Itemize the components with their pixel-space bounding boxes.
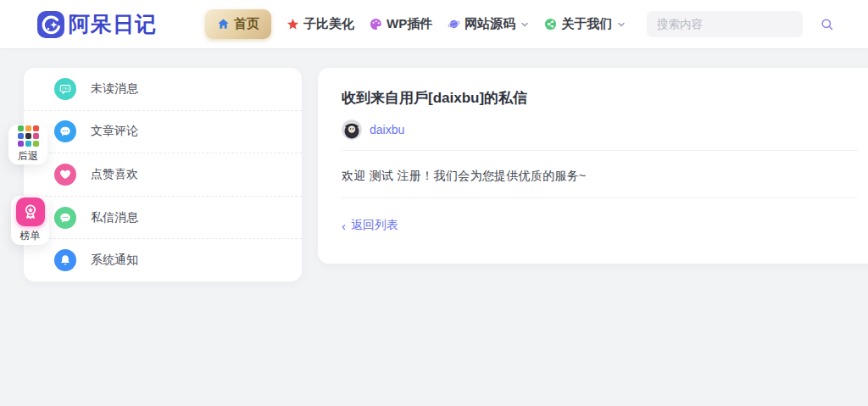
nav-item-source-code[interactable]: 网站源码 <box>448 16 529 32</box>
messages-sidebar: 未读消息 文章评论 点赞喜欢 私信消息 <box>24 68 302 281</box>
divider <box>342 197 858 198</box>
sidebar-item-label: 私信消息 <box>91 210 138 225</box>
nav-item-label: 网站源码 <box>465 16 515 32</box>
heart-icon <box>54 164 76 186</box>
comment-icon <box>54 120 76 142</box>
sidebar-item-unread-messages[interactable]: 未读消息 <box>24 68 302 111</box>
star-icon <box>287 18 299 31</box>
nav-item-about-us[interactable]: 关于我们 <box>544 16 626 32</box>
sidebar-item-label: 文章评论 <box>91 124 138 139</box>
search-icon[interactable] <box>817 18 843 31</box>
sender-row: daixbu <box>342 120 404 140</box>
nav-item-label: WP插件 <box>387 16 432 32</box>
nav-item-beautify[interactable]: 子比美化 <box>287 16 354 32</box>
chevron-left-icon: ‹ <box>342 220 346 232</box>
nav-item-label: 子比美化 <box>303 16 354 32</box>
avatar[interactable] <box>342 120 362 140</box>
message-title: 收到来自用戶[daixbu]的私信 <box>342 88 527 108</box>
back-widget[interactable]: 后退 <box>8 125 47 164</box>
private-message-icon <box>54 207 76 229</box>
site-logo-text: 阿呆日记 <box>69 10 157 38</box>
bell-icon <box>54 249 76 271</box>
back-link-label: 返回列表 <box>351 218 398 233</box>
nav-item-label: 关于我们 <box>561 16 612 32</box>
sidebar-item-label: 点赞喜欢 <box>91 167 138 182</box>
rank-widget[interactable]: 榜单 <box>11 196 49 245</box>
palette-icon <box>370 18 382 31</box>
chevron-down-icon <box>520 20 529 29</box>
sidebar-item-private-messages[interactable]: 私信消息 <box>24 197 302 240</box>
back-widget-label: 后退 <box>18 149 38 164</box>
medal-icon <box>16 197 45 226</box>
divider <box>342 150 858 151</box>
planet-icon <box>448 18 460 31</box>
chevron-down-icon <box>617 20 626 29</box>
sidebar-item-label: 系统通知 <box>91 253 138 268</box>
back-to-list-link[interactable]: ‹ 返回列表 <box>342 218 398 233</box>
search-input[interactable] <box>647 18 817 31</box>
app-grid-icon <box>18 125 39 147</box>
site-logo[interactable]: 阿呆日记 <box>37 0 157 48</box>
main-nav: 首页 子比美化 WP插件 网站源码 <box>205 0 626 48</box>
site-logo-icon <box>37 11 64 38</box>
nav-item-home[interactable]: 首页 <box>205 9 271 39</box>
share-icon <box>544 18 557 31</box>
chat-new-icon <box>54 78 76 100</box>
top-navbar: 阿呆日记 首页 子比美化 WP插件 <box>0 0 868 48</box>
sidebar-item-label: 未读消息 <box>91 81 138 97</box>
nav-item-label: 首页 <box>234 16 259 32</box>
sidebar-item-system-notifications[interactable]: 系统通知 <box>24 239 302 281</box>
search-box <box>647 11 803 37</box>
message-detail-card: 收到来自用戶[daixbu]的私信 daixbu 欢迎 测试 注册！我们会为您提… <box>318 68 868 264</box>
sidebar-item-article-comments[interactable]: 文章评论 <box>24 111 302 154</box>
message-body: 欢迎 测试 注册！我们会为您提供优质的服务~ <box>342 169 587 184</box>
rank-widget-label: 榜单 <box>20 229 41 243</box>
sidebar-item-likes[interactable]: 点赞喜欢 <box>24 153 302 197</box>
sender-link[interactable]: daixbu <box>370 123 404 136</box>
nav-item-wp-plugins[interactable]: WP插件 <box>370 16 432 32</box>
home-icon <box>217 18 230 31</box>
